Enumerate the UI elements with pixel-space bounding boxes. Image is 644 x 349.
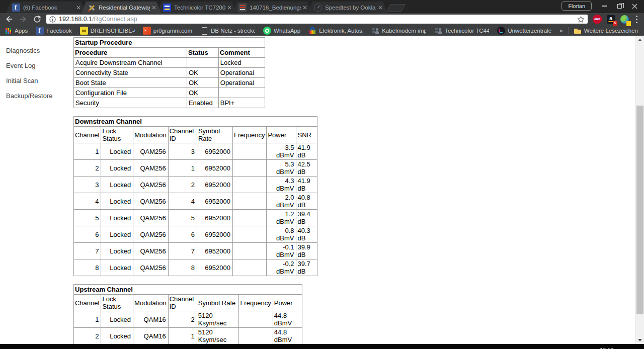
table-cell: 44.8 dBmV	[273, 328, 302, 344]
column-header: Lock Status	[101, 295, 133, 311]
bookmark-item[interactable]: Unwetterzentrale Deu	[497, 27, 552, 35]
bookmark-item[interactable]: Elektronik, Autos, Mode	[308, 27, 363, 35]
tab-close-icon[interactable]	[303, 6, 307, 10]
table-cell: 2	[168, 311, 197, 328]
sidebar-item-label: Backup/Restore	[6, 92, 53, 100]
amazon-assistant-icon[interactable]: a S	[607, 15, 615, 24]
table-row: SecurityEnabledBPI+	[74, 98, 265, 108]
page-content: Diagnostics Event Log Initial Scan Backu…	[0, 36, 644, 344]
column-header: Channel ID	[168, 295, 197, 311]
sidebar-item[interactable]: Backup/Restore	[0, 88, 73, 103]
scroll-down-icon	[638, 339, 642, 341]
table-cell	[232, 210, 266, 226]
table-cell	[239, 328, 273, 344]
page-scrollbar[interactable]	[635, 36, 644, 344]
table-cell	[232, 243, 266, 259]
windows-taskbar[interactable]: 16:10	[0, 344, 644, 349]
table-cell: QAM256	[133, 193, 169, 210]
bookmarks-overflow-chevron-icon[interactable]: »	[559, 27, 563, 34]
other-bookmarks-folder[interactable]: Weitere Lesezeichen	[574, 27, 638, 35]
table-cell: 2	[168, 177, 197, 193]
table-cell	[232, 193, 266, 210]
bookmark-label: Technicolor TC4400 D	[445, 28, 489, 34]
close-button[interactable]	[628, 2, 641, 11]
table-cell: 7	[168, 243, 197, 259]
profile-button[interactable]: Florian	[561, 2, 592, 11]
browser-tab[interactable]: Residential Gateway Con	[82, 2, 161, 13]
bookmark-star-icon[interactable]	[577, 16, 585, 23]
bookmark-item[interactable]: DREHSCHEIBE-Online	[80, 27, 135, 35]
bookmark-item[interactable]: Technicolor TC4400 D	[434, 27, 489, 35]
main-area: Startup ProcedureProcedureStatusCommentA…	[73, 37, 317, 344]
bookmark-item[interactable]: Kabelmodem importi	[371, 27, 426, 35]
browser-tab[interactable]: (6) Facebook	[6, 2, 86, 13]
sidebar-item-label: Event Log	[6, 62, 36, 69]
column-header: Frequency	[232, 127, 266, 143]
tab-close-icon[interactable]	[76, 6, 80, 10]
browser-tab[interactable]: 140716_Bedienungsanle	[232, 2, 312, 13]
table-cell: Locked	[101, 177, 133, 193]
chrome-menu-icon[interactable]	[636, 15, 638, 23]
other-bookmarks-label: Weitere Lesezeichen	[584, 28, 638, 34]
bookmark-item[interactable]: Apps	[4, 27, 28, 35]
address-bar[interactable]: 192.168.0.1/RgConnect.asp	[46, 15, 588, 24]
bookmark-label: Apps	[15, 28, 28, 34]
browser-window: (6) Facebook Residential Gateway Con Tec…	[0, 0, 644, 349]
new-tab-button[interactable]	[386, 4, 406, 12]
scroll-up-icon	[638, 39, 642, 41]
table-cell: 6952000	[197, 259, 232, 276]
tab-close-icon[interactable]	[227, 6, 231, 10]
adblock-plus-icon[interactable]: ABP	[593, 15, 602, 24]
table-cell: Locked	[101, 311, 133, 328]
table-title: Upstream Channel	[74, 285, 302, 295]
scrollbar-thumb[interactable]	[636, 106, 643, 314]
table-cell: QAM256	[133, 259, 169, 276]
table-row: Configuration FileOK	[74, 88, 265, 98]
bookmark-item[interactable]: Facebook	[36, 27, 72, 35]
bookmark-label: Facebook	[46, 28, 72, 34]
scroll-up-button[interactable]	[636, 36, 644, 44]
bookmark-item[interactable]: pr0gramm.com	[143, 27, 192, 35]
table-cell: 1	[74, 311, 101, 328]
table-cell: 6952000	[197, 210, 232, 226]
bookmark-label: pr0gramm.com	[153, 28, 192, 34]
pr0gramm-icon	[143, 27, 151, 35]
refresh-button[interactable]	[32, 14, 42, 24]
column-header: Lock Status	[101, 127, 133, 143]
bookmarks-left-group: Apps Facebook DREHSCHEIBE-Online pr0gram…	[4, 27, 559, 35]
drehscheibe-icon	[80, 27, 88, 35]
table-cell: QAM256	[133, 177, 169, 193]
sidebar-item[interactable]: Event Log	[0, 58, 73, 73]
url-text: 192.168.0.1/RgConnect.asp	[59, 16, 577, 23]
table-cell: 39.4 dB	[296, 210, 317, 226]
tab-close-icon[interactable]	[152, 6, 156, 10]
sidebar-item[interactable]: Diagnostics	[0, 43, 73, 58]
table-row: 3LockedQAM256269520004.3 dBmV41.9 dB	[74, 177, 317, 193]
bookmark-item[interactable]: DB Netz - strecken.info	[200, 27, 255, 35]
column-header: Comment	[218, 48, 265, 58]
tab-title: Residential Gateway Con	[99, 5, 150, 11]
scroll-down-button[interactable]	[636, 336, 644, 344]
restore-button[interactable]	[613, 2, 626, 11]
bookmarks-right-group: » Weitere Lesezeichen	[559, 27, 640, 35]
globe-badge	[626, 21, 631, 26]
browser-tab[interactable]: Technicolor TC7200 Defa	[157, 2, 236, 13]
globe-extension-icon[interactable]	[620, 15, 629, 24]
tab-title: Speedtest by Ookla - Th	[325, 5, 376, 11]
table-cell: -0.2 dBmV	[267, 259, 296, 276]
forward-button[interactable]	[18, 14, 28, 24]
amazon-badge: S	[613, 21, 617, 26]
tab-close-icon[interactable]	[378, 6, 382, 10]
table-cell: Operational	[218, 68, 265, 78]
sidebar-item[interactable]: Initial Scan	[0, 73, 73, 88]
minimize-button[interactable]	[598, 2, 611, 11]
page-info-icon[interactable]	[49, 16, 56, 23]
bookmarks-bar: Apps Facebook DREHSCHEIBE-Online pr0gram…	[0, 25, 644, 36]
browser-tab[interactable]: Speedtest by Ookla - Th	[308, 2, 387, 13]
table-cell: 40.3 dB	[296, 226, 317, 243]
bookmark-label: Unwetterzentrale Deu	[508, 28, 552, 34]
bookmark-label: Elektronik, Autos, Mode	[319, 28, 363, 34]
back-button[interactable]	[4, 14, 14, 24]
bookmark-item[interactable]: WhatsApp	[263, 27, 300, 35]
table-row: Connectivity StateOKOperational	[74, 68, 265, 78]
